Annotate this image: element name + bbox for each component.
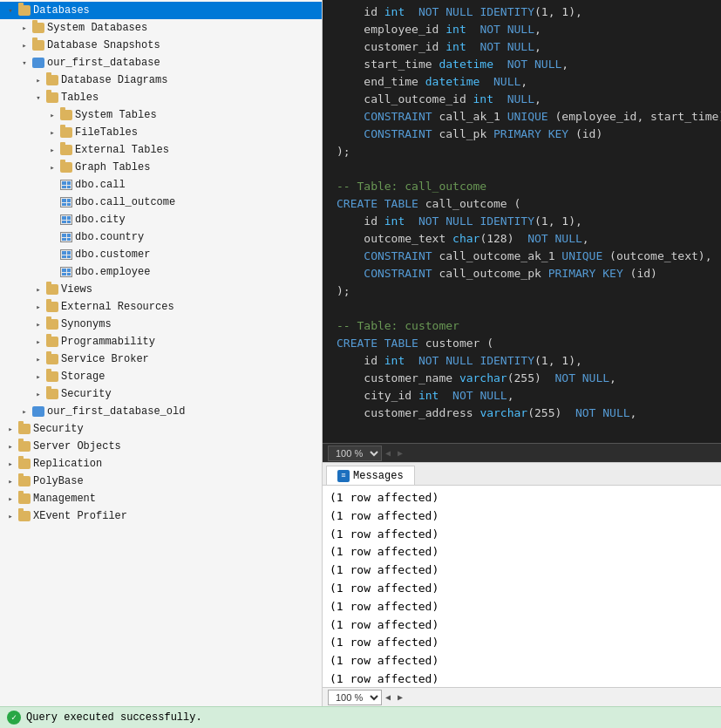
expander-security[interactable]: ▸ bbox=[3, 422, 17, 436]
expander-graph-tables[interactable]: ▸ bbox=[45, 160, 59, 174]
tree-item-db-diagrams[interactable]: ▸Database Diagrams bbox=[0, 71, 322, 89]
code-zoom-select[interactable]: 100 % 75 % 150 % bbox=[328, 446, 382, 461]
tree-item-polybase[interactable]: ▸PolyBase bbox=[0, 473, 322, 490]
tree-label-dbo-country: dbo.country bbox=[75, 231, 144, 243]
expander-xevent-profiler[interactable]: ▸ bbox=[3, 509, 17, 523]
tree-item-our-first-db[interactable]: ▾our_first_database bbox=[0, 54, 322, 71]
object-explorer: ▾Databases▸System Databases▸Database Sna… bbox=[0, 0, 323, 706]
tree-item-replication[interactable]: ▸Replication bbox=[0, 455, 322, 473]
tree-item-file-tables[interactable]: ▸FileTables bbox=[0, 124, 322, 141]
tree-item-security[interactable]: ▸Security bbox=[0, 420, 322, 438]
tree-item-dbo-call[interactable]: ▸dbo.call bbox=[0, 176, 322, 194]
tree-item-dbo-customer[interactable]: ▸dbo.customer bbox=[0, 246, 322, 263]
tree-item-system-tables[interactable]: ▸System Tables bbox=[0, 106, 322, 124]
expander-our-first-db[interactable]: ▾ bbox=[17, 56, 31, 70]
messages-scroll-left[interactable]: ◀ bbox=[382, 692, 394, 703]
tree-item-our-first-db-old[interactable]: ▸our_first_database_old bbox=[0, 403, 322, 420]
expander-polybase[interactable]: ▸ bbox=[3, 474, 17, 488]
folder-icon bbox=[59, 143, 73, 157]
tree-label-security-sub: Security bbox=[61, 388, 112, 400]
tree-label-external-resources: External Resources bbox=[61, 301, 174, 313]
messages-content[interactable]: (1 row affected)(1 row affected)(1 row a… bbox=[323, 486, 721, 687]
tree-label-service-broker: Service Broker bbox=[61, 353, 149, 365]
expander-tables[interactable]: ▾ bbox=[31, 91, 45, 105]
code-line: call_outcome_id int NULL, bbox=[323, 91, 721, 108]
tree-item-tables[interactable]: ▾Tables bbox=[0, 89, 322, 106]
tree-item-security-sub[interactable]: ▸Security bbox=[0, 385, 322, 403]
folder-icon bbox=[59, 108, 73, 122]
line-content: ); bbox=[330, 282, 350, 300]
folder-icon bbox=[59, 160, 73, 174]
tree-label-system-databases: System Databases bbox=[47, 22, 147, 34]
tree-item-external-resources[interactable]: ▸External Resources bbox=[0, 298, 322, 316]
tree-item-dbo-country[interactable]: ▸dbo.country bbox=[0, 228, 322, 246]
tree-item-system-databases[interactable]: ▸System Databases bbox=[0, 19, 322, 37]
tree-label-replication: Replication bbox=[33, 458, 102, 470]
message-row: (1 row affected) bbox=[330, 634, 714, 652]
tree-item-xevent-profiler[interactable]: ▸XEvent Profiler bbox=[0, 507, 322, 525]
message-row: (1 row affected) bbox=[330, 652, 714, 670]
table-icon bbox=[59, 248, 73, 262]
folder-icon bbox=[45, 387, 59, 401]
tree-item-views[interactable]: ▸Views bbox=[0, 281, 322, 298]
line-content: id int NOT NULL IDENTITY(1, 1), bbox=[330, 213, 582, 230]
expander-storage[interactable]: ▸ bbox=[31, 370, 45, 384]
line-content: CREATE TABLE call_outcome ( bbox=[330, 195, 520, 213]
folder-icon bbox=[45, 317, 59, 331]
folder-icon bbox=[17, 422, 31, 436]
tree-label-tables: Tables bbox=[61, 92, 99, 104]
code-line: CREATE TABLE customer ( bbox=[323, 335, 721, 352]
code-line: CONSTRAINT call_pk PRIMARY KEY (id) bbox=[323, 126, 721, 143]
messages-scroll-right[interactable]: ▶ bbox=[394, 692, 406, 703]
expander-system-tables[interactable]: ▸ bbox=[45, 108, 59, 122]
message-row: (1 row affected) bbox=[330, 616, 714, 635]
expander-external-tables[interactable]: ▸ bbox=[45, 143, 59, 157]
scroll-right-arrow[interactable]: ▶ bbox=[394, 448, 406, 459]
expander-file-tables[interactable]: ▸ bbox=[45, 126, 59, 139]
tree-item-storage[interactable]: ▸Storage bbox=[0, 368, 322, 385]
message-row: (1 row affected) bbox=[330, 561, 714, 580]
expander-databases[interactable]: ▾ bbox=[3, 3, 17, 17]
expander-management[interactable]: ▸ bbox=[3, 492, 17, 506]
tree-item-graph-tables[interactable]: ▸Graph Tables bbox=[0, 159, 322, 176]
messages-tab[interactable]: Messages bbox=[326, 466, 415, 485]
expander-views[interactable]: ▸ bbox=[31, 282, 45, 296]
tree-item-databases[interactable]: ▾Databases bbox=[0, 2, 322, 19]
code-line: end_time datetime NULL, bbox=[323, 73, 721, 91]
tree-item-programmability[interactable]: ▸Programmability bbox=[0, 333, 322, 350]
expander-external-resources[interactable]: ▸ bbox=[31, 300, 45, 314]
tree-item-dbo-employee[interactable]: ▸dbo.employee bbox=[0, 263, 322, 281]
messages-zoom-select[interactable]: 100 % bbox=[328, 690, 382, 705]
tree-item-server-objects[interactable]: ▸Server Objects bbox=[0, 438, 322, 455]
expander-service-broker[interactable]: ▸ bbox=[31, 352, 45, 366]
tree-label-databases: Databases bbox=[33, 4, 90, 17]
tree-item-service-broker[interactable]: ▸Service Broker bbox=[0, 350, 322, 368]
expander-programmability[interactable]: ▸ bbox=[31, 335, 45, 349]
tree-item-db-snapshots[interactable]: ▸Database Snapshots bbox=[0, 37, 322, 54]
line-content: CONSTRAINT call_ak_1 UNIQUE (employee_id… bbox=[330, 108, 721, 126]
expander-synonyms[interactable]: ▸ bbox=[31, 317, 45, 331]
tree-item-dbo-city[interactable]: ▸dbo.city bbox=[0, 211, 322, 228]
expander-server-objects[interactable]: ▸ bbox=[3, 439, 17, 453]
expander-replication[interactable]: ▸ bbox=[3, 457, 17, 471]
expander-security-sub[interactable]: ▸ bbox=[31, 387, 45, 401]
line-content: end_time datetime NULL, bbox=[330, 73, 527, 91]
code-line: customer_id int NOT NULL, bbox=[323, 38, 721, 56]
line-content: customer_id int NOT NULL, bbox=[330, 38, 541, 56]
code-line: id int NOT NULL IDENTITY(1, 1), bbox=[323, 213, 721, 230]
code-editor[interactable]: id int NOT NULL IDENTITY(1, 1), employee… bbox=[323, 0, 721, 443]
expander-db-snapshots[interactable]: ▸ bbox=[17, 38, 31, 52]
line-content: ); bbox=[330, 143, 350, 160]
tree-item-management[interactable]: ▸Management bbox=[0, 490, 322, 507]
line-content: id int NOT NULL IDENTITY(1, 1), bbox=[330, 352, 582, 370]
tree-item-external-tables[interactable]: ▸External Tables bbox=[0, 141, 322, 159]
tree-label-storage: Storage bbox=[61, 371, 105, 383]
line-content: start_time datetime NOT NULL, bbox=[330, 56, 568, 73]
tree-item-dbo-call-outcome[interactable]: ▸dbo.call_outcome bbox=[0, 194, 322, 211]
tree-item-synonyms[interactable]: ▸Synonyms bbox=[0, 316, 322, 333]
expander-system-databases[interactable]: ▸ bbox=[17, 21, 31, 35]
expander-our-first-db-old[interactable]: ▸ bbox=[17, 405, 31, 418]
message-row: (1 row affected) bbox=[330, 507, 714, 526]
expander-db-diagrams[interactable]: ▸ bbox=[31, 73, 45, 87]
scroll-left-arrow[interactable]: ◀ bbox=[382, 448, 394, 459]
